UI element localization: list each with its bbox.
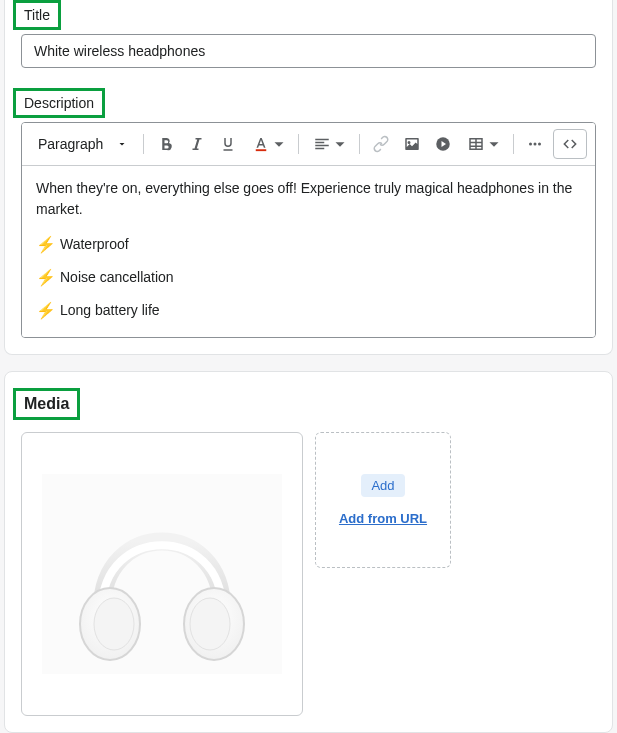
title-label: Title bbox=[13, 0, 61, 30]
table-button[interactable] bbox=[461, 130, 505, 158]
add-from-url-link[interactable]: Add from URL bbox=[339, 511, 427, 526]
feature-text: Long battery life bbox=[60, 300, 160, 321]
more-button[interactable] bbox=[522, 130, 549, 158]
svg-point-2 bbox=[529, 143, 532, 146]
description-body[interactable]: When they're on, everything else goes of… bbox=[22, 166, 595, 337]
align-button[interactable] bbox=[307, 130, 351, 158]
toolbar-separator bbox=[359, 134, 360, 154]
media-thumbnail[interactable] bbox=[21, 432, 303, 716]
svg-rect-0 bbox=[255, 149, 266, 151]
feature-item: ⚡ Waterproof bbox=[36, 234, 581, 255]
underline-button[interactable] bbox=[215, 130, 242, 158]
caret-down-icon bbox=[485, 135, 503, 153]
svg-point-7 bbox=[94, 598, 134, 650]
paragraph-style-label: Paragraph bbox=[38, 136, 103, 152]
feature-text: Waterproof bbox=[60, 234, 129, 255]
lightning-icon: ⚡ bbox=[36, 237, 56, 253]
product-form-card: Title Description Paragraph bbox=[4, 0, 613, 355]
toolbar-separator bbox=[143, 134, 144, 154]
image-button[interactable] bbox=[399, 130, 426, 158]
bold-button[interactable] bbox=[152, 130, 179, 158]
video-button[interactable] bbox=[430, 130, 457, 158]
rte-toolbar: Paragraph bbox=[22, 123, 595, 166]
lightning-icon: ⚡ bbox=[36, 270, 56, 286]
headphones-image bbox=[42, 474, 282, 674]
add-media-button[interactable]: Add bbox=[361, 474, 404, 497]
svg-point-9 bbox=[190, 598, 230, 650]
lightning-icon: ⚡ bbox=[36, 303, 56, 319]
html-view-button[interactable] bbox=[553, 129, 587, 159]
description-intro: When they're on, everything else goes of… bbox=[36, 178, 581, 220]
svg-rect-5 bbox=[42, 474, 282, 674]
title-input[interactable] bbox=[21, 34, 596, 68]
media-card: Media bbox=[4, 371, 613, 733]
feature-item: ⚡ Long battery life bbox=[36, 300, 581, 321]
paragraph-style-select[interactable]: Paragraph bbox=[30, 132, 135, 156]
feature-item: ⚡ Noise cancellation bbox=[36, 267, 581, 288]
caret-down-icon bbox=[331, 135, 349, 153]
media-add-dropzone[interactable]: Add Add from URL bbox=[315, 432, 451, 568]
italic-button[interactable] bbox=[183, 130, 210, 158]
media-label: Media bbox=[13, 388, 80, 420]
caret-down-icon bbox=[270, 135, 288, 153]
svg-point-3 bbox=[534, 143, 537, 146]
link-button[interactable] bbox=[368, 130, 395, 158]
svg-point-4 bbox=[538, 143, 541, 146]
feature-text: Noise cancellation bbox=[60, 267, 174, 288]
text-color-button[interactable] bbox=[246, 130, 290, 158]
toolbar-separator bbox=[513, 134, 514, 154]
caret-down-icon bbox=[117, 139, 127, 149]
description-editor: Paragraph bbox=[21, 122, 596, 338]
toolbar-separator bbox=[298, 134, 299, 154]
description-label: Description bbox=[13, 88, 105, 118]
